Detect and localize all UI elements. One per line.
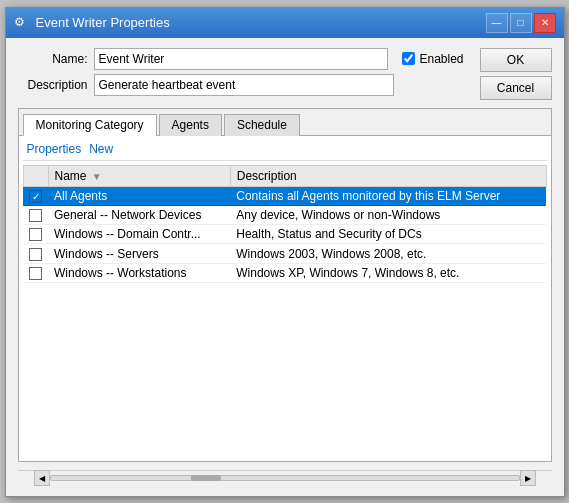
row-description: Any device, Windows or non-Windows [230, 205, 546, 224]
main-window: ⚙ Event Writer Properties — □ ✕ Name: En… [5, 7, 565, 497]
row-name: Windows -- Workstations [48, 263, 230, 282]
window-title: Event Writer Properties [36, 15, 170, 30]
row-description: Windows 2003, Windows 2008, etc. [230, 244, 546, 263]
table-row[interactable]: General -- Network DevicesAny device, Wi… [23, 205, 546, 224]
tab-bar: Monitoring Category Agents Schedule [19, 109, 551, 136]
row-description: Windows XP, Windows 7, Windows 8, etc. [230, 263, 546, 282]
close-button[interactable]: ✕ [534, 13, 556, 33]
name-col-header[interactable]: Name ▼ [48, 165, 230, 186]
row-checkbox[interactable] [29, 209, 42, 222]
scroll-right-button[interactable]: ▶ [520, 470, 536, 486]
row-checkbox[interactable] [29, 228, 42, 241]
enabled-checkbox[interactable] [402, 52, 415, 65]
ok-cancel-area: OK Cancel [480, 48, 552, 100]
content-area: Name: Enabled Description OK Cancel [6, 38, 564, 496]
tab-agents[interactable]: Agents [159, 114, 222, 136]
maximize-button[interactable]: □ [510, 13, 532, 33]
scrollbar-thumb[interactable] [191, 475, 221, 481]
ok-button[interactable]: OK [480, 48, 552, 72]
tab-monitoring[interactable]: Monitoring Category [23, 114, 157, 136]
table-row[interactable]: Windows -- Domain Contr...Health, Status… [23, 225, 546, 244]
minimize-button[interactable]: — [486, 13, 508, 33]
table-header-row: Name ▼ Description [23, 165, 546, 186]
row-checkbox[interactable]: ✓ [29, 190, 42, 203]
scrollbar-track[interactable] [50, 475, 520, 481]
row-name: General -- Network Devices [48, 205, 230, 224]
description-label: Description [18, 78, 88, 92]
title-bar-left: ⚙ Event Writer Properties [14, 15, 170, 31]
table-row[interactable]: Windows -- ServersWindows 2003, Windows … [23, 244, 546, 263]
tab-toolbar: Properties New [23, 140, 547, 161]
scroll-left-button[interactable]: ◀ [34, 470, 50, 486]
name-label: Name: [18, 52, 88, 66]
cancel-button[interactable]: Cancel [480, 76, 552, 100]
row-name: Windows -- Servers [48, 244, 230, 263]
row-description: Health, Status and Security of DCs [230, 225, 546, 244]
name-row: Name: Enabled [18, 48, 464, 70]
checkbox-col-header [23, 165, 48, 186]
description-input[interactable] [94, 74, 394, 96]
row-checkbox[interactable] [29, 267, 42, 280]
tab-container: Monitoring Category Agents Schedule Prop… [18, 108, 552, 462]
title-bar: ⚙ Event Writer Properties — □ ✕ [6, 8, 564, 38]
horizontal-scrollbar[interactable]: ◀ ▶ [18, 470, 552, 486]
tab-content: Properties New Name ▼ [19, 136, 551, 461]
name-input[interactable] [94, 48, 389, 70]
main-fields: Name: Enabled Description [18, 48, 464, 96]
row-name: Windows -- Domain Contr... [48, 225, 230, 244]
new-link[interactable]: New [89, 142, 113, 156]
description-col-header[interactable]: Description [230, 165, 546, 186]
sort-arrow: ▼ [92, 171, 102, 182]
title-controls: — □ ✕ [486, 13, 556, 33]
row-name: All Agents [48, 186, 230, 205]
monitoring-table: Name ▼ Description ✓All AgentsContains a… [23, 165, 547, 284]
enabled-row: Enabled [402, 52, 463, 66]
enabled-label: Enabled [419, 52, 463, 66]
table-row[interactable]: Windows -- WorkstationsWindows XP, Windo… [23, 263, 546, 282]
window-icon: ⚙ [14, 15, 30, 31]
properties-link[interactable]: Properties [27, 142, 82, 156]
tab-schedule[interactable]: Schedule [224, 114, 300, 136]
form-area: Name: Enabled Description OK Cancel [18, 48, 552, 100]
row-description: Contains all Agents monitored by this EL… [230, 186, 546, 205]
row-checkbox[interactable] [29, 248, 42, 261]
table-container: Name ▼ Description ✓All AgentsContains a… [23, 165, 547, 457]
description-row: Description [18, 74, 464, 96]
table-row[interactable]: ✓All AgentsContains all Agents monitored… [23, 186, 546, 205]
